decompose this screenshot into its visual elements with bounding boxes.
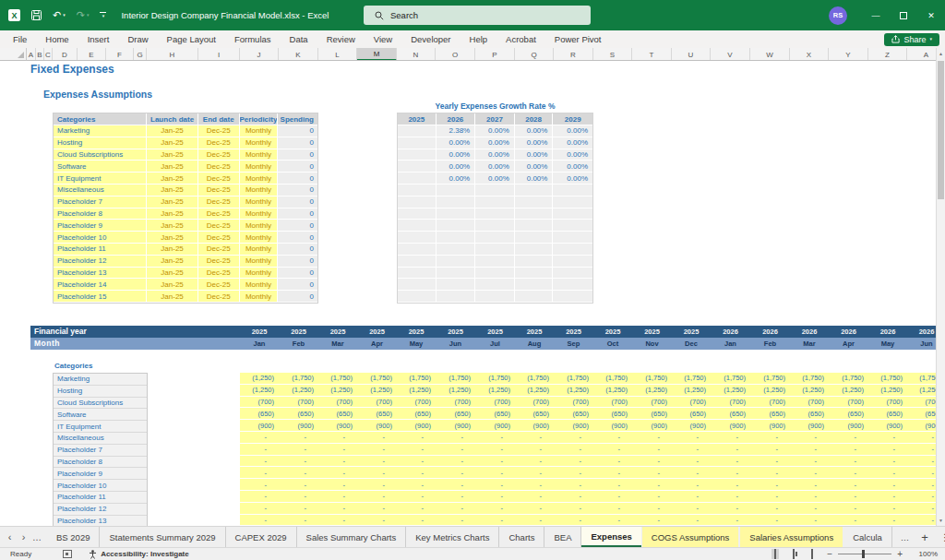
scrollbar-thumb[interactable] [938,61,944,199]
monthly-value-cell[interactable]: (700) [318,397,357,408]
monthly-value-cell[interactable]: - [672,503,711,514]
assumptions-header-periodicity[interactable]: Periodicity [240,113,279,125]
growth-cell[interactable]: 0.00% [553,137,592,149]
monthly-value-cell[interactable]: (650) [397,408,436,419]
monthly-value-cell[interactable]: - [632,491,672,502]
assumptions-cell[interactable]: Dec-25 [198,209,240,220]
fy-year-cell[interactable]: 2025 [318,326,357,338]
monthly-value-cell[interactable]: - [279,491,318,502]
column-header-F[interactable]: F [106,48,134,61]
growth-cell[interactable] [475,268,515,280]
fy-year-cell[interactable]: 2025 [475,326,515,338]
growth-cell[interactable]: 0.00% [553,149,592,161]
monthly-value-cell[interactable]: - [318,432,357,443]
monthly-value-cell[interactable]: - [554,467,593,478]
normal-view-button[interactable] [772,549,779,559]
fy-year-cell[interactable]: 2025 [279,326,318,338]
cell-section-heading[interactable]: Expenses Assumptions [43,89,152,101]
ribbon-tab-file[interactable]: File [4,30,36,48]
monthly-value-cell[interactable]: - [593,467,632,478]
monthly-value-cell[interactable]: (700) [475,397,515,408]
monthly-value-cell[interactable]: - [436,515,475,526]
growth-cell[interactable] [398,137,437,149]
monthly-value-cell[interactable]: - [907,515,936,526]
column-header-R[interactable]: R [554,48,593,61]
monthly-value-cell[interactable]: - [750,479,790,490]
growth-cell[interactable] [398,185,437,197]
monthly-value-cell[interactable]: - [672,456,711,467]
monthly-value-cell[interactable]: - [397,491,436,502]
monthly-value-cell[interactable]: (650) [357,408,397,419]
monthly-value-cell[interactable]: (650) [672,408,711,419]
monthly-value-cell[interactable]: - [907,491,936,502]
monthly-value-cell[interactable]: - [475,456,515,467]
assumptions-cell[interactable]: Monthly [240,232,279,244]
assumptions-cell[interactable]: Dec-25 [198,232,240,244]
assumptions-cell[interactable]: Dec-25 [198,244,240,256]
excel-app-icon[interactable]: X [8,9,20,21]
growth-cell[interactable]: 0.00% [475,149,515,161]
monthly-value-cell[interactable]: - [436,456,475,467]
month-cell[interactable]: Feb [279,338,318,350]
monthly-value-cell[interactable]: (650) [475,408,515,419]
assumptions-cell[interactable]: Monthly [240,173,279,185]
ribbon-tab-insert[interactable]: Insert [78,30,119,48]
monthly-value-cell[interactable]: (650) [750,408,790,419]
column-header-P[interactable]: P [475,48,515,61]
monthly-value-cell[interactable]: - [279,456,318,467]
growth-cell[interactable] [398,256,437,268]
month-header-row[interactable]: Month JanFebMarAprMayJunJulAugSepOctNovD… [30,338,936,350]
assumptions-cell[interactable]: 0 [278,149,317,161]
financial-year-header-row[interactable]: Financial year 2025202520252025202520252… [30,326,936,338]
monthly-value-cell[interactable]: - [907,467,936,478]
growth-cell[interactable] [398,161,437,173]
month-cell[interactable]: Feb [750,338,790,350]
monthly-value-cell[interactable]: - [632,479,672,490]
monthly-value-cell[interactable]: - [397,515,436,526]
monthly-value-cell[interactable]: (1,750) [672,373,711,384]
ribbon-tab-developer[interactable]: Developer [401,30,460,48]
monthly-value-cell[interactable]: - [829,479,868,490]
fy-year-cell[interactable]: 2026 [868,326,907,338]
growth-year-header[interactable]: 2027 [475,113,515,125]
monthly-value-cell[interactable]: - [829,515,868,526]
monthly-value-cell[interactable]: - [240,444,279,455]
assumptions-cell[interactable]: IT Equipment [54,173,147,185]
column-header-A[interactable]: A [27,48,36,61]
assumptions-cell[interactable]: Jan-25 [147,291,198,303]
assumptions-cell[interactable]: 0 [278,161,317,173]
category-label-miscellaneous[interactable]: Miscellaneous [54,433,147,445]
growth-cell[interactable] [398,232,437,244]
growth-cell[interactable] [475,185,515,197]
monthly-value-cell[interactable]: (1,250) [790,385,829,396]
fy-year-cell[interactable]: 2025 [672,326,711,338]
monthly-value-cell[interactable]: - [357,479,397,490]
assumptions-cell[interactable]: Jan-25 [147,185,198,197]
monthly-value-cell[interactable]: (700) [632,397,672,408]
monthly-value-cell[interactable]: (1,250) [475,385,515,396]
save-button[interactable] [31,10,42,20]
growth-cell[interactable] [553,291,592,303]
assumptions-cell[interactable]: Monthly [240,291,279,303]
monthly-value-cell[interactable]: - [907,456,936,467]
monthly-value-cell[interactable]: - [829,491,868,502]
monthly-value-cell[interactable]: - [750,491,790,502]
sheet-tab-charts[interactable]: Charts [499,527,544,547]
monthly-value-cell[interactable]: - [515,444,554,455]
monthly-value-cell[interactable]: (900) [279,420,318,431]
category-label-hosting[interactable]: Hosting [54,386,147,398]
monthly-value-cell[interactable]: - [593,515,632,526]
monthly-value-cell[interactable]: (1,250) [632,385,672,396]
share-button[interactable]: Share ▾ [884,33,939,46]
growth-cell[interactable] [475,244,515,256]
user-avatar[interactable]: RS [829,6,847,25]
monthly-value-cell[interactable]: - [790,432,829,443]
monthly-value-cell[interactable]: (900) [632,420,672,431]
assumptions-cell[interactable]: 0 [278,197,317,209]
assumptions-cell[interactable]: Jan-25 [147,161,198,173]
monthly-value-cell[interactable]: - [397,479,436,490]
monthly-value-cell[interactable]: (900) [750,420,790,431]
assumptions-cell[interactable]: 0 [278,232,317,244]
assumptions-cell[interactable]: Placeholder 15 [54,291,147,303]
monthly-value-cell[interactable]: - [515,515,554,526]
